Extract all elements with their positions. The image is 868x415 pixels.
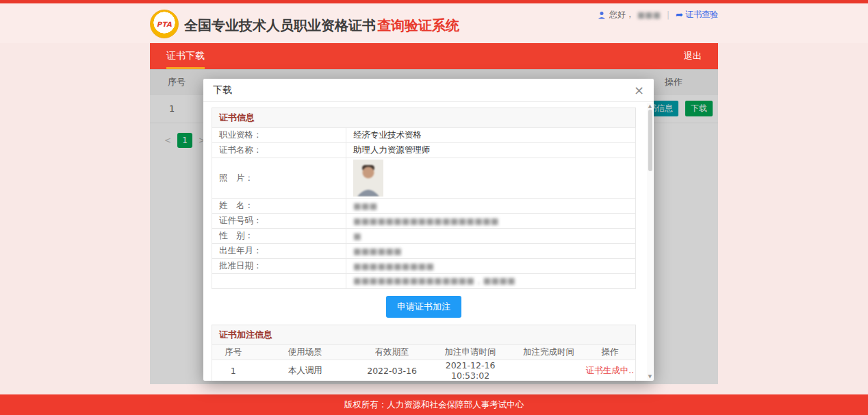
ann-col-index: 序号 [212, 345, 255, 360]
field-label: 批准日期： [212, 259, 346, 274]
field-value-redacted: ■■■■■■■■■■ [353, 261, 434, 271]
section-cert-info: 证书信息 [212, 108, 636, 127]
verify-link[interactable]: ➦ 证书查验 [676, 9, 718, 21]
scroll-down-icon[interactable]: ▼ [647, 374, 653, 379]
field-label [212, 274, 346, 289]
field-value-redacted: ■■■■■■■■■■■■■■■■■■ [353, 216, 499, 226]
logo-text: PTA [157, 21, 173, 28]
field-value: 经济专业技术资格 [346, 128, 636, 143]
apply-annotation-button[interactable]: 申请证书加注 [386, 296, 461, 318]
certificate-info-table: 职业资格： 经济专业技术资格 证书名称： 助理人力资源管理师 照 片： [212, 127, 636, 289]
field-label: 照 片： [212, 158, 346, 199]
table-row: 1 本人调用 2022-03-16 2021-12-16 10:53:02 证书… [212, 360, 636, 381]
ann-scene: 本人调用 [254, 360, 356, 381]
modal-body: 证书信息 职业资格： 经济专业技术资格 证书名称： 助理人力资源管理师 照 片： [203, 102, 654, 381]
ann-col-action: 操作 [585, 345, 635, 360]
site-logo: PTA [150, 10, 179, 38]
modal-header: 下载 × [203, 79, 654, 102]
site-title-main: 全国专业技术人员职业资格证书 [184, 17, 376, 34]
main-navbar: 证书下载 退出 [150, 43, 718, 69]
scrollbar-thumb[interactable] [648, 110, 652, 171]
field-label: 证书名称： [212, 143, 346, 158]
field-value-redacted: ■■■ [353, 201, 377, 211]
field-value-redacted: ■ [353, 231, 361, 241]
table-row: 照 片： [212, 158, 636, 199]
field-value: 助理人力资源管理师 [346, 143, 636, 158]
ann-col-valid: 有效期至 [356, 345, 428, 360]
ann-index: 1 [212, 360, 255, 381]
ann-valid-until: 2022-03-16 [356, 360, 428, 381]
share-arrow-icon: ➦ [676, 10, 683, 19]
table-row: 证件号码： ■■■■■■■■■■■■■■■■■■ [212, 214, 636, 229]
field-label: 姓 名： [212, 199, 346, 214]
verify-link-label: 证书查验 [685, 9, 718, 21]
table-row: ■■■■■■■■■■■■■■■，■■■■ [212, 274, 636, 289]
site-title: 全国专业技术人员职业资格证书查询验证系统 [184, 16, 459, 35]
scroll-up-icon[interactable]: ▲ [647, 103, 653, 109]
field-label: 出生年月： [212, 244, 346, 259]
table-row: 职业资格： 经济专业技术资格 [212, 128, 636, 143]
download-modal: 下载 × 证书信息 职业资格： 经济专业技术资格 证书名称： 助理人力资源管理师… [203, 79, 654, 381]
user-name: ■■■ [637, 10, 661, 20]
table-row: 证书名称： 助理人力资源管理师 [212, 143, 636, 158]
table-row: 出生年月： ■■■■■■ [212, 244, 636, 259]
annotation-table: 序号 使用场景 有效期至 加注申请时间 加注完成时间 操作 1 本人调用 202… [212, 344, 636, 381]
table-row: 姓 名： ■■■ [212, 199, 636, 214]
logout-button[interactable]: 退出 [684, 43, 702, 69]
user-icon [598, 11, 606, 19]
ann-col-apply-time: 加注申请时间 [428, 345, 513, 360]
page-footer: 版权所有：人力资源和社会保障部人事考试中心 [0, 394, 868, 415]
modal-title: 下载 [213, 84, 232, 97]
field-value-redacted: ■■■■■■ [353, 246, 402, 256]
ann-apply-time: 2021-12-16 10:53:02 [428, 360, 513, 381]
table-row: 批准日期： ■■■■■■■■■■ [212, 259, 636, 274]
copyright-text: 版权所有：人力资源和社会保障部人事考试中心 [344, 399, 524, 410]
modal-scrollbar[interactable]: ▲ ▼ [647, 103, 653, 380]
tab-cert-download[interactable]: 证书下载 [166, 43, 205, 69]
ann-col-complete-time: 加注完成时间 [513, 345, 585, 360]
header-separator: | [667, 10, 669, 20]
cert-generating-link[interactable]: 证书生成中.. [586, 365, 634, 375]
site-header: PTA 全国专业技术人员职业资格证书查询验证系统 您好， ■■■ | ➦ 证书查… [0, 3, 868, 43]
field-value-redacted: ■■■■■■■■■■■■■■■，■■■■ [353, 275, 515, 286]
certificate-photo [353, 160, 383, 197]
ann-col-scene: 使用场景 [254, 345, 356, 360]
site-title-accent: 查询验证系统 [377, 17, 459, 34]
greeting-text: 您好， [609, 9, 634, 21]
field-label: 职业资格： [212, 128, 346, 143]
close-icon[interactable]: × [634, 84, 644, 97]
field-label: 证件号码： [212, 214, 346, 229]
field-label: 性 别： [212, 229, 346, 244]
ann-complete-time [513, 360, 585, 381]
table-row: 性 别： ■ [212, 229, 636, 244]
section-annotation-info: 证书加注信息 [212, 325, 636, 344]
